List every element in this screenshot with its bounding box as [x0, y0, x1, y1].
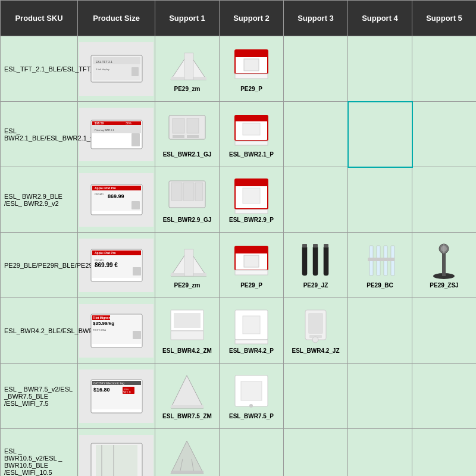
support-cell-1: PE29_zm: [155, 233, 220, 298]
support-cell-3: [284, 36, 348, 102]
size-cell: Apple iPod Pro PROMO 869.99: [78, 167, 155, 233]
support-cell-2: [220, 429, 284, 477]
svg-text:PROMO: PROMO: [95, 193, 104, 196]
table-row: ESL_BWR4.2_BLE/ESL_BWR4.2_v2 Filet Migno…: [1, 298, 477, 364]
svg-rect-38: [183, 183, 194, 201]
support-cell-1: ESL_BWR10.2_ZM: [155, 429, 220, 477]
support-cell-5: [412, 298, 477, 364]
size-cell: ESL TFT 2.1 E-ink display: [78, 36, 155, 102]
svg-rect-4: [131, 67, 139, 76]
support-cell-2: ESL_BWR7.5_P: [220, 364, 284, 429]
svg-rect-100: [171, 405, 203, 408]
svg-text:$35.99/kg: $35.99/kg: [93, 321, 114, 326]
support-cell-5: [412, 364, 477, 429]
svg-rect-11: [244, 59, 259, 71]
svg-text:$16.80: $16.80: [93, 387, 110, 393]
svg-text:Apple iPad Pro: Apple iPad Pro: [95, 251, 116, 255]
table-row: ESL _ BWR10.5_v2/ESL _ BWR10.5_BLE /ESL_…: [1, 429, 477, 477]
size-cell: $18.50 30% Price tag BWR 2.1: [78, 102, 155, 167]
support-cell-4: [348, 364, 412, 429]
support-cell-2: ESL_BWR2.1_P: [220, 102, 284, 167]
support-cell-4: [348, 429, 412, 477]
support-cell-1: ESL_BWR4.2_ZM: [155, 298, 220, 364]
svg-rect-8: [184, 53, 193, 80]
svg-rect-59: [313, 246, 318, 275]
svg-rect-83: [174, 313, 201, 328]
svg-rect-42: [243, 188, 260, 203]
svg-text:869.99 €: 869.99 €: [95, 262, 118, 268]
svg-text:Price tag BWR 2.1: Price tag BWR 2.1: [95, 129, 115, 131]
svg-text:ESL TFT 2.1: ESL TFT 2.1: [96, 60, 112, 64]
svg-rect-22: [187, 118, 199, 133]
support-cell-2: PE29_P: [220, 36, 284, 102]
svg-rect-88: [308, 313, 323, 334]
svg-rect-23: [173, 135, 184, 138]
table-row: PE29_BLE/PE29R_BLE/PE29_V2/PE29R_V2 Appl…: [1, 233, 477, 298]
svg-rect-82: [171, 331, 203, 340]
sku-cell: ESL_ BWR2.1_BLE/ESL_BWR2.1_v2: [1, 102, 78, 167]
table-row: ESL_TFT_2.1_BLE/ESL_TFT_2.1_v2 ESL TFT 2…: [1, 36, 477, 102]
svg-rect-86: [235, 340, 268, 344]
header-sku: Product SKU: [1, 1, 78, 36]
svg-text:E-ink display: E-ink display: [96, 68, 109, 71]
svg-marker-108: [171, 441, 203, 474]
support-cell-4: [348, 298, 412, 364]
sku-cell: PE29_BLE/PE29R_BLE/PE29_V2/PE29R_V2: [1, 233, 78, 298]
svg-rect-41: [235, 179, 268, 186]
support-cell-4: [348, 36, 412, 102]
support-cell-5: [412, 167, 477, 233]
support-cell-5: [412, 36, 477, 102]
support-cell-5: [412, 102, 477, 167]
support-cell-1: ESL_BWR7.5_ZM: [155, 364, 220, 429]
support-cell-2: PE29_P: [220, 233, 284, 298]
support-cell-5: PE29_ZSJ: [412, 233, 477, 298]
svg-rect-70: [442, 250, 446, 276]
svg-rect-27: [243, 123, 260, 135]
svg-rect-28: [235, 141, 268, 145]
svg-rect-12: [235, 74, 268, 79]
svg-text:THIS'S USA: THIS'S USA: [93, 328, 106, 331]
support-cell-3: [284, 102, 348, 167]
header-sup2: Support 2: [220, 1, 284, 36]
support-cell-1: ESL_BWR2.9_GJ: [155, 167, 220, 233]
svg-point-90: [312, 337, 318, 343]
svg-rect-24: [187, 135, 199, 138]
svg-text:$18.50: $18.50: [95, 121, 104, 125]
svg-rect-53: [184, 249, 193, 276]
size-cell: GICISKY Electronic tag $16.80 -20% $21.0: [78, 364, 155, 429]
svg-rect-26: [235, 115, 268, 121]
svg-rect-111: [171, 471, 203, 474]
svg-rect-21: [173, 118, 184, 133]
size-cell: Apple iPad Pro PROMO 869.99 €: [78, 233, 155, 298]
svg-rect-85: [243, 316, 260, 334]
svg-rect-39: [195, 183, 203, 201]
svg-text:Filet Mignon: Filet Mignon: [93, 316, 110, 320]
support-cell-3: PE29_JZ: [284, 233, 348, 298]
support-cell-5: [412, 429, 477, 477]
svg-rect-43: [235, 209, 268, 214]
svg-rect-50: [133, 267, 141, 275]
svg-rect-10: [235, 50, 268, 57]
svg-rect-55: [235, 246, 268, 253]
svg-rect-63: [324, 244, 328, 248]
support-cell-4: [348, 167, 412, 233]
sku-cell: ESL_TFT_2.1_BLE/ESL_TFT_2.1_v2: [1, 36, 78, 102]
svg-text:$21.0: $21.0: [123, 390, 131, 394]
header-size: Product Size: [78, 1, 155, 36]
svg-rect-60: [324, 246, 328, 275]
support-cell-4: PE29_BC: [348, 233, 412, 298]
support-cell-4: [348, 102, 412, 167]
sku-cell: ESL_BWR4.2_BLE/ESL_BWR4.2_v2: [1, 298, 78, 364]
header-sup3: Support 3: [284, 1, 348, 36]
header-sup5: Support 5: [412, 1, 477, 36]
svg-text:Apple iPod Pro: Apple iPod Pro: [95, 186, 116, 190]
table-row: ESL_ BWR2.1_BLE/ESL_BWR2.1_v2 $18.50 30%…: [1, 102, 477, 167]
svg-rect-58: [302, 246, 307, 275]
svg-text:30%: 30%: [126, 121, 132, 125]
svg-text:869.99: 869.99: [108, 193, 124, 199]
svg-rect-19: [131, 133, 140, 146]
svg-text:GICISKY Electronic tag: GICISKY Electronic tag: [93, 381, 124, 385]
size-cell: Filet Mignon $35.99/kg THIS'S USA: [78, 298, 155, 364]
svg-rect-68: [368, 258, 394, 261]
support-cell-3: [284, 429, 348, 477]
